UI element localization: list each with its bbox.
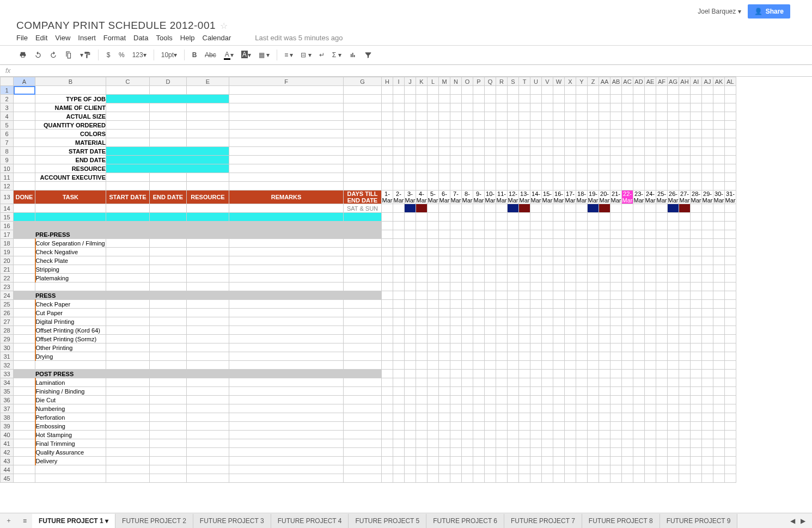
cell[interactable] bbox=[416, 121, 428, 130]
cell[interactable] bbox=[691, 265, 702, 274]
cell[interactable]: Numbering bbox=[35, 404, 106, 413]
cell[interactable] bbox=[508, 256, 519, 265]
cell[interactable] bbox=[519, 156, 530, 164]
cell[interactable] bbox=[588, 396, 599, 404]
cell[interactable] bbox=[496, 213, 508, 222]
cell[interactable] bbox=[450, 422, 462, 431]
cell[interactable] bbox=[656, 465, 668, 474]
cell[interactable] bbox=[702, 335, 713, 343]
col-header[interactable]: U bbox=[530, 77, 542, 86]
cell[interactable] bbox=[519, 422, 530, 431]
cell[interactable] bbox=[610, 156, 622, 164]
cell[interactable] bbox=[382, 130, 393, 138]
cell[interactable] bbox=[679, 130, 691, 138]
cell[interactable] bbox=[473, 309, 485, 317]
cell[interactable] bbox=[393, 448, 405, 457]
cell[interactable] bbox=[530, 265, 542, 274]
cell[interactable] bbox=[496, 121, 508, 130]
cell[interactable] bbox=[633, 239, 645, 248]
cell[interactable] bbox=[656, 147, 668, 156]
row-header[interactable]: 35 bbox=[1, 387, 14, 396]
cell[interactable] bbox=[656, 422, 668, 431]
cell[interactable] bbox=[679, 300, 691, 309]
cell[interactable] bbox=[496, 396, 508, 404]
cell[interactable] bbox=[462, 213, 473, 222]
cell[interactable]: SAT & SUN bbox=[344, 204, 382, 213]
cell[interactable] bbox=[588, 300, 599, 309]
cell[interactable] bbox=[428, 239, 439, 248]
cell[interactable] bbox=[485, 130, 496, 138]
cell[interactable] bbox=[702, 256, 713, 265]
cell[interactable] bbox=[439, 222, 450, 230]
cell[interactable] bbox=[187, 291, 229, 300]
cell[interactable] bbox=[565, 431, 576, 439]
cell[interactable] bbox=[473, 352, 485, 361]
cell[interactable] bbox=[405, 439, 416, 448]
cell[interactable] bbox=[668, 291, 679, 300]
cell[interactable] bbox=[382, 309, 393, 317]
row-header[interactable]: 24 bbox=[1, 291, 14, 300]
cell[interactable] bbox=[150, 204, 187, 213]
cell[interactable] bbox=[565, 256, 576, 265]
cell[interactable] bbox=[382, 173, 393, 182]
cell[interactable] bbox=[691, 222, 702, 230]
cell[interactable] bbox=[405, 465, 416, 474]
cell[interactable] bbox=[668, 283, 679, 291]
cell[interactable] bbox=[519, 213, 530, 222]
cell[interactable] bbox=[553, 448, 565, 457]
cell[interactable] bbox=[645, 474, 656, 483]
cell[interactable] bbox=[382, 387, 393, 396]
cell[interactable] bbox=[713, 265, 725, 274]
row-header[interactable]: 18 bbox=[1, 239, 14, 248]
cell[interactable] bbox=[14, 300, 35, 309]
cell[interactable] bbox=[530, 317, 542, 326]
cell[interactable] bbox=[344, 317, 382, 326]
cell[interactable] bbox=[344, 112, 382, 121]
cell[interactable] bbox=[450, 404, 462, 413]
cell[interactable] bbox=[610, 265, 622, 274]
cell[interactable] bbox=[344, 300, 382, 309]
row-header[interactable]: 45 bbox=[1, 474, 14, 483]
cell[interactable] bbox=[35, 283, 106, 291]
cell[interactable] bbox=[187, 138, 229, 147]
cell[interactable] bbox=[519, 387, 530, 396]
cell[interactable] bbox=[150, 457, 187, 465]
cell[interactable] bbox=[610, 335, 622, 343]
cell[interactable] bbox=[576, 326, 588, 335]
cell[interactable] bbox=[610, 474, 622, 483]
cell[interactable]: 26-Mar bbox=[668, 191, 679, 204]
cell[interactable] bbox=[14, 370, 35, 378]
cell[interactable] bbox=[633, 300, 645, 309]
cell[interactable] bbox=[633, 138, 645, 147]
cell[interactable] bbox=[553, 138, 565, 147]
cell[interactable] bbox=[668, 274, 679, 283]
cell[interactable] bbox=[713, 283, 725, 291]
cell[interactable] bbox=[702, 173, 713, 182]
cell[interactable] bbox=[405, 182, 416, 191]
cell[interactable] bbox=[229, 213, 344, 222]
cell[interactable] bbox=[187, 173, 229, 182]
row-header[interactable]: 16 bbox=[1, 222, 14, 230]
cell[interactable] bbox=[530, 300, 542, 309]
cell[interactable] bbox=[450, 439, 462, 448]
cell[interactable] bbox=[691, 413, 702, 422]
cell[interactable] bbox=[622, 352, 633, 361]
cell[interactable] bbox=[382, 439, 393, 448]
cell[interactable] bbox=[599, 317, 610, 326]
cell[interactable] bbox=[14, 147, 35, 156]
spreadsheet-grid[interactable]: ABCDEFGHIJKLMNOPQRSTUVWXYZAAABACADAEAFAG… bbox=[0, 77, 736, 483]
cell[interactable] bbox=[14, 396, 35, 404]
cell[interactable] bbox=[229, 95, 344, 103]
cell[interactable] bbox=[393, 326, 405, 335]
cell[interactable] bbox=[187, 370, 229, 378]
row-header[interactable]: 9 bbox=[1, 156, 14, 164]
cell[interactable] bbox=[382, 274, 393, 283]
cell[interactable] bbox=[428, 256, 439, 265]
cell[interactable] bbox=[668, 317, 679, 326]
cell[interactable] bbox=[553, 309, 565, 317]
cell[interactable] bbox=[713, 222, 725, 230]
cell[interactable]: Check Negative bbox=[35, 248, 106, 256]
cell[interactable] bbox=[668, 204, 679, 213]
col-header[interactable]: O bbox=[462, 77, 473, 86]
cell[interactable] bbox=[187, 274, 229, 283]
